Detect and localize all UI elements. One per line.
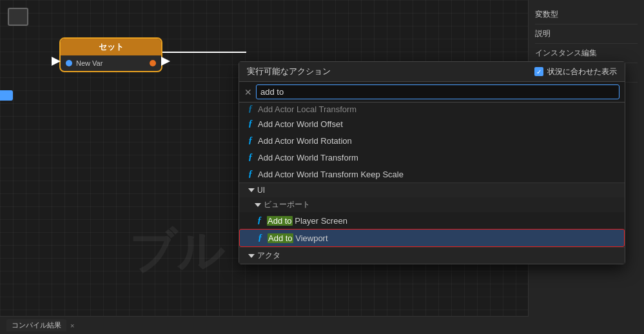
list-item[interactable]: ƒ Add Actor World Transform (239, 149, 625, 166)
panel-item-type: 変数型 (535, 5, 638, 25)
subsection-label: ビューポート (264, 199, 310, 210)
pin-dot (66, 60, 72, 66)
bottom-bar: コンパイル結果 × (0, 316, 529, 334)
func-icon: ƒ (248, 169, 253, 179)
left-connector (0, 90, 13, 101)
node-header: セット (61, 39, 161, 55)
func-icon: ƒ (258, 233, 262, 243)
item-label: Add Actor World Offset (258, 119, 343, 129)
blueprint-node: セット New Var (59, 37, 162, 72)
func-icon: ƒ (248, 152, 253, 162)
check-mark: ✓ (536, 68, 542, 75)
func-icon: ƒ (248, 119, 253, 129)
item-label: Add Actor World Transform Keep Scale (258, 170, 404, 179)
item-label: Add to Viewport (268, 233, 328, 243)
list-item-world-rotation[interactable]: ƒ Add Actor World Rotation (239, 132, 625, 149)
section-label: UI (257, 186, 265, 195)
action-dropdown: 実行可能なアクション ✓ 状況に合わせた表示 ✕ ƒ Add Actor Loc… (239, 61, 625, 264)
search-results-list: ƒ Add Actor Local Transform ƒ Add Actor … (239, 103, 625, 264)
item-label: Add to Player Screen (267, 216, 347, 226)
search-box[interactable] (256, 84, 620, 99)
pin-label: New Var (76, 59, 102, 67)
node-body: New Var (61, 55, 161, 71)
highlight-addto: Add to (268, 233, 293, 243)
close-tab-button[interactable]: × (70, 322, 74, 329)
panel-item-instance: インスタンス編集 (535, 44, 638, 63)
monitor-icon (8, 8, 28, 26)
highlight-addto: Add to (267, 216, 293, 226)
subsection-collapse-icon (255, 203, 261, 207)
list-item-add-viewport[interactable]: ƒ Add to Viewport (239, 229, 625, 247)
search-row: ✕ (239, 82, 625, 103)
compile-results-tab[interactable]: コンパイル結果 (6, 319, 66, 331)
func-icon: ƒ (248, 104, 253, 114)
list-item[interactable]: ƒ Add Actor World Transform Keep Scale (239, 166, 625, 182)
section-header-actor[interactable]: アクタ (239, 247, 625, 264)
panel-item-desc: 説明 (535, 25, 638, 44)
search-input[interactable] (260, 87, 615, 97)
search-clear-button[interactable]: ✕ (244, 87, 252, 97)
bp-wire (162, 52, 246, 53)
item-label: Add Actor World Transform (258, 153, 358, 162)
item-label: Add Actor World Rotation (258, 136, 352, 146)
contextual-checkbox[interactable]: ✓ (534, 67, 543, 76)
item-label: Add Actor Local Transform (258, 104, 356, 114)
list-item[interactable]: ƒ Add Actor Local Transform (239, 103, 625, 115)
section-header-ui[interactable]: UI (239, 182, 625, 197)
func-icon: ƒ (248, 135, 253, 146)
section-label: アクタ (257, 250, 280, 261)
list-item[interactable]: ƒ Add Actor World Offset (239, 115, 625, 132)
contextual-label: 状況に合わせた表示 (547, 66, 617, 77)
func-icon: ƒ (257, 215, 262, 226)
list-item-add-player-screen[interactable]: ƒ Add to Player Screen (239, 212, 625, 229)
contextual-display[interactable]: ✓ 状況に合わせた表示 (534, 66, 617, 77)
dropdown-title: 実行可能なアクション (247, 66, 331, 77)
section-sub-viewport[interactable]: ビューポート (239, 197, 625, 212)
section-collapse-icon (248, 188, 255, 192)
dropdown-header: 実行可能なアクション ✓ 状況に合わせた表示 (239, 62, 625, 82)
section-collapse-icon (248, 254, 255, 258)
pin-dot-right (150, 60, 156, 66)
